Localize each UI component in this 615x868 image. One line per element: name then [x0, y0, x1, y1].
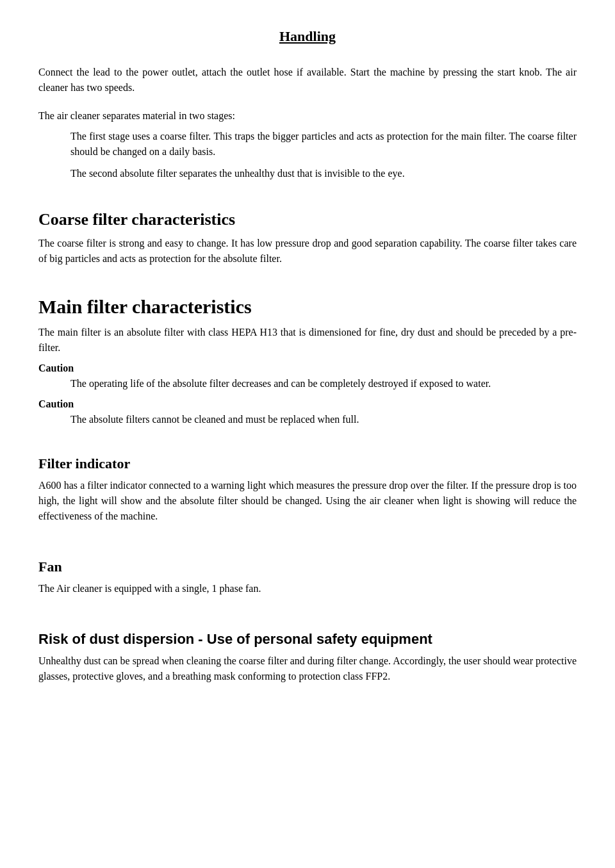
filter-indicator-body: A600 has a filter indicator connected to…: [38, 478, 577, 524]
main-filter-heading: Main filter characteristics: [38, 292, 577, 321]
coarse-filter-heading: Coarse filter characteristics: [38, 207, 577, 232]
caution2-text: The absolute filters cannot be cleaned a…: [70, 412, 577, 427]
fan-body: The Air cleaner is equipped with a singl…: [38, 581, 577, 596]
two-stage-intro: The air cleaner separates material in tw…: [38, 108, 577, 124]
caution1-label: Caution: [38, 361, 577, 376]
first-stage-text: The first stage uses a coarse filter. Th…: [70, 129, 577, 160]
fan-heading: Fan: [38, 556, 577, 577]
main-filter-body: The main filter is an absolute filter wi…: [38, 325, 577, 356]
intro-paragraph: Connect the lead to the power outlet, at…: [38, 65, 577, 95]
filter-indicator-heading: Filter indicator: [38, 453, 577, 474]
caution2-label: Caution: [38, 397, 577, 412]
second-stage-text: The second absolute filter separates the…: [70, 166, 577, 181]
risk-body: Unhealthy dust can be spread when cleani…: [38, 653, 577, 684]
risk-heading: Risk of dust dispersion - Use of persona…: [38, 628, 577, 650]
coarse-filter-body: The coarse filter is strong and easy to …: [38, 236, 577, 266]
page-title: Handling: [38, 26, 577, 47]
caution1-text: The operating life of the absolute filte…: [70, 376, 577, 391]
